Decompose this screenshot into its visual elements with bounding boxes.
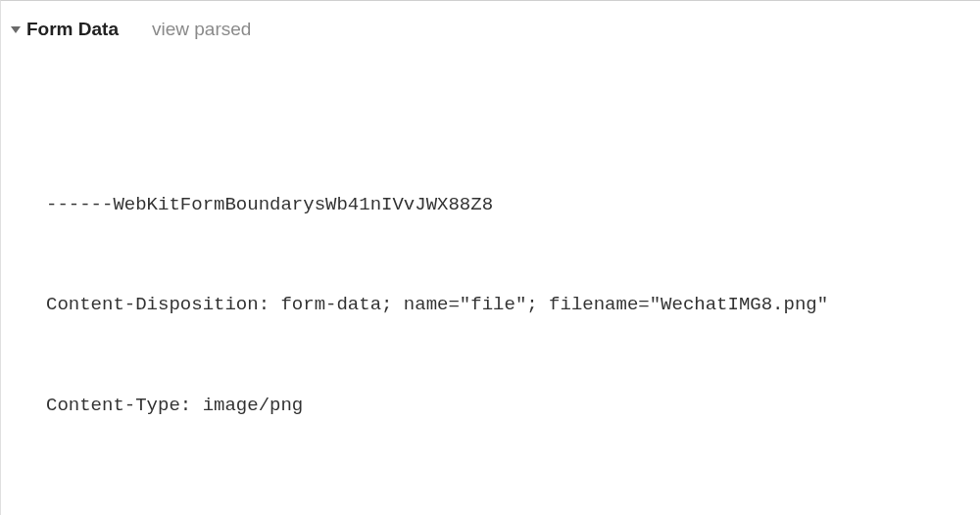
form-data-section-header: Form Data view parsed: [1, 15, 980, 54]
content-type-line: Content-Type: image/png: [46, 389, 980, 422]
disclosure-triangle-icon[interactable]: [11, 26, 21, 33]
section-title: Form Data: [26, 19, 119, 40]
content-disposition-line: Content-Disposition: form-data; name="fi…: [46, 288, 980, 321]
form-data-payload: ------WebKitFormBoundarysWb41nIVvJWX88Z8…: [1, 54, 980, 515]
multipart-block: ------WebKitFormBoundarysWb41nIVvJWX88Z8…: [46, 120, 980, 489]
view-parsed-link[interactable]: view parsed: [152, 19, 251, 40]
boundary-line: ------WebKitFormBoundarysWb41nIVvJWX88Z8: [46, 188, 980, 221]
